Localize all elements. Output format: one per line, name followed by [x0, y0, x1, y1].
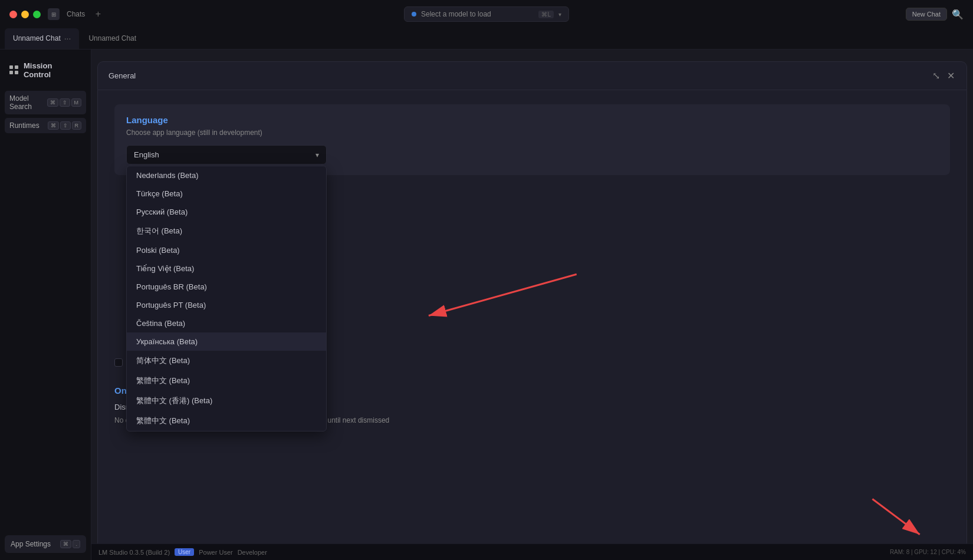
kbd-cmd-r: ⌘	[48, 121, 59, 130]
content-area: General ⤡ ✕ Language Choose app language…	[91, 50, 973, 560]
titlebar: ⊞ Chats + Select a model to load ⌘L ▾ Ne…	[0, 0, 973, 28]
close-settings-button[interactable]: ✕	[946, 69, 956, 83]
kbd-shift-r: ⇧	[60, 121, 71, 130]
lang-item-3[interactable]: 한국어 (Beta)	[127, 221, 326, 241]
tab-label-1: Unnamed Chat	[13, 34, 61, 42]
lang-item-6[interactable]: Português BR (Beta)	[127, 278, 326, 296]
model-selector-kbd: ⌘L	[538, 11, 554, 18]
runtimes-kbds: ⌘ ⇧ R	[48, 121, 82, 130]
lang-item-5[interactable]: Tiếng Việt (Beta)	[127, 259, 326, 278]
lang-item-8[interactable]: Čeština (Beta)	[127, 314, 326, 332]
sidebar-spacer	[5, 137, 86, 535]
statusbar-left: LM Studio 0.3.5 (Build 2) User Power Use…	[98, 548, 267, 556]
tabbar: Unnamed Chat ··· Unnamed Chat	[0, 28, 973, 50]
statusbar: LM Studio 0.3.5 (Build 2) User Power Use…	[91, 543, 973, 560]
kbd-m: M	[71, 98, 82, 107]
kbd-dot: .	[73, 540, 80, 548]
language-dropdown-menu: Nederlands (Beta) Türkçe (Beta) Русский …	[126, 166, 327, 431]
llm-service-checkbox[interactable]	[114, 358, 123, 367]
lang-item-13[interactable]: 繁體中文 (Beta)	[127, 411, 326, 431]
fullscreen-button[interactable]	[33, 11, 41, 18]
sidebar-header: Mission Control	[5, 57, 86, 84]
app-settings-kbds: ⌘ .	[60, 540, 80, 548]
model-search-label: Model Search	[9, 94, 47, 111]
language-selected: English	[134, 150, 159, 159]
model-search-button[interactable]: Model Search ⌘ ⇧ M	[5, 91, 86, 114]
kbd-shift: ⇧	[60, 98, 70, 107]
runtimes-label: Runtimes	[9, 121, 40, 130]
user-badge[interactable]: User	[175, 548, 194, 556]
kbd-cmd-settings: ⌘	[60, 540, 71, 548]
language-section: Language Choose app language (still in d…	[114, 104, 950, 367]
settings-header: General ⤡ ✕	[98, 62, 967, 90]
main-layout: Mission Control Model Search ⌘ ⇧ M Runti…	[0, 50, 973, 560]
language-dropdown-trigger[interactable]: English ▾	[126, 145, 327, 164]
tab-menu-icon[interactable]: ···	[64, 34, 71, 43]
model-selector-text: Select a model to load	[421, 10, 534, 18]
search-icon[interactable]: 🔍	[952, 9, 964, 20]
app-title: Chats	[67, 10, 85, 18]
new-chat-button[interactable]: New Chat	[906, 8, 947, 21]
mission-control-icon	[9, 65, 19, 75]
dropdown-chevron-icon: ▾	[315, 151, 319, 159]
model-selector-chevron: ▾	[558, 11, 561, 18]
lang-item-10[interactable]: 简体中文 (Beta)	[127, 351, 326, 371]
lang-item-4[interactable]: Polski (Beta)	[127, 241, 326, 259]
traffic-lights	[9, 11, 41, 18]
minimize-button[interactable]	[21, 11, 29, 18]
statusbar-right: RAM: 8 | GPU: 12 | CPU: 4%	[890, 549, 966, 555]
sidebar-title: Mission Control	[24, 61, 81, 79]
settings-content: Language Choose app language (still in d…	[98, 90, 967, 554]
lang-item-12[interactable]: 繁體中文 (香港) (Beta)	[127, 391, 326, 411]
model-search-kbds: ⌘ ⇧ M	[47, 98, 82, 107]
kbd-cmd: ⌘	[47, 98, 58, 107]
titlebar-right: New Chat 🔍	[906, 8, 964, 21]
language-dropdown-container: English ▾ Nederlands (Beta) Türkçe (Beta…	[126, 145, 327, 164]
language-box: Language Choose app language (still in d…	[114, 104, 950, 175]
lang-item-9[interactable]: Українська (Beta)	[127, 332, 326, 351]
tab-label-2: Unnamed Chat	[88, 34, 136, 42]
runtimes-button[interactable]: Runtimes ⌘ ⇧ R	[5, 118, 86, 133]
settings-header-actions: ⤡ ✕	[931, 69, 956, 83]
lang-item-11[interactable]: 繁體中文 (Beta)	[127, 371, 326, 391]
model-selector[interactable]: Select a model to load ⌘L ▾	[404, 6, 569, 22]
developer-label[interactable]: Developer	[238, 549, 267, 556]
app-icon: ⊞	[48, 8, 60, 20]
tab-unnamed-chat-1[interactable]: Unnamed Chat ···	[5, 28, 79, 49]
language-title: Language	[126, 115, 938, 125]
power-user-label[interactable]: Power User	[199, 549, 232, 556]
system-stats: RAM: 8 | GPU: 12 | CPU: 4%	[890, 549, 966, 555]
close-button[interactable]	[9, 11, 17, 18]
lang-item-2[interactable]: Русский (Beta)	[127, 203, 326, 221]
kbd-r: R	[72, 121, 82, 130]
version-text: LM Studio 0.3.5 (Build 2)	[98, 549, 170, 556]
lang-item-1[interactable]: Türkçe (Beta)	[127, 185, 326, 203]
model-status-dot	[412, 12, 416, 17]
settings-panel-title: General	[109, 71, 136, 80]
app-settings-button[interactable]: App Settings ⌘ .	[5, 535, 86, 553]
language-subtitle: Choose app language (still in developmen…	[126, 129, 938, 137]
lang-item-0[interactable]: Nederlands (Beta)	[127, 166, 326, 185]
settings-panel: General ⤡ ✕ Language Choose app language…	[97, 61, 967, 554]
tab-unnamed-chat-2[interactable]: Unnamed Chat	[80, 28, 144, 49]
lang-item-7[interactable]: Português PT (Beta)	[127, 296, 326, 314]
new-tab-button[interactable]: +	[92, 8, 104, 20]
app-settings-label: App Settings	[11, 540, 51, 548]
sidebar: Mission Control Model Search ⌘ ⇧ M Runti…	[0, 50, 91, 560]
expand-button[interactable]: ⤡	[931, 69, 941, 83]
